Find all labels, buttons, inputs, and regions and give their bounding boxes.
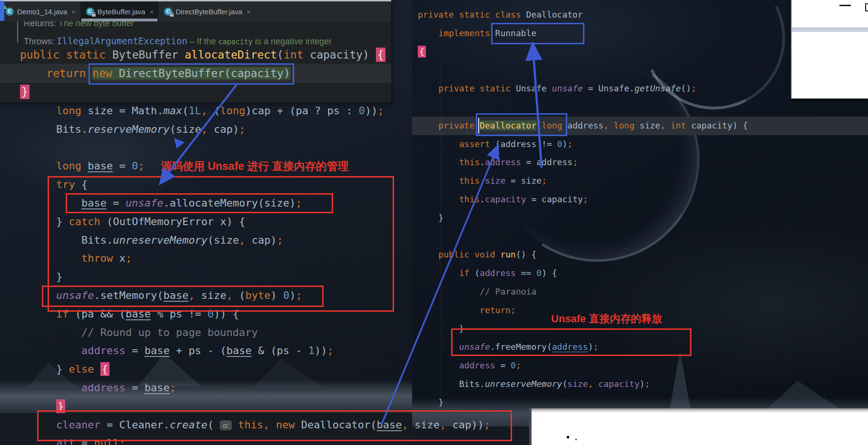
code-line: long size = Math.max(1L, (long)cap + (pa… [56,102,490,120]
code-segment: ; [516,360,521,370]
tab-bytebuffer-java[interactable]: CByteBuffer.java× [80,1,158,21]
code-segment: unreserveMemory [485,379,562,389]
code-segment: address [562,120,603,130]
code-segment: run [500,249,516,259]
code-segment: size [567,379,588,389]
code-segment: ) [640,379,645,389]
highlight-box-cleaner [37,410,512,441]
code-segment: size [634,120,660,130]
doc-throws-mid: – If the [190,37,218,46]
code-segment: = address [521,157,572,167]
lock-icon [170,14,174,17]
code-line: // Round up to page boundary [56,324,490,342]
code-segment: ; [572,157,578,167]
highlight-box-setmemory [42,286,324,307]
code-segment: , [588,379,593,389]
code-line: { [418,43,748,61]
code-segment: ByteBuffer [112,49,185,61]
code-segment: )) [365,105,378,117]
code-segment: ; [169,382,176,394]
code-line: } [20,83,385,101]
code-segment: address [81,382,126,394]
close-icon[interactable]: × [71,8,76,16]
code-segment: cap) [207,123,239,135]
doc-gutter-line [17,20,18,42]
code-segment: + ps - ( [169,345,226,356]
code-segment: = [495,360,511,370]
code-segment: ; [239,123,245,135]
code-segment: ; [138,160,144,172]
code-segment: )cap + (pa ? ps : [245,105,358,117]
code-segment: = [126,345,145,356]
code-segment: ( [207,105,220,117]
code-segment: long [56,160,88,172]
code-segment: long [56,105,88,117]
code-segment: & (ps - [252,345,308,356]
close-icon[interactable]: × [247,8,251,16]
code-segment: address [81,345,126,356]
code-segment: ; [378,105,384,117]
tab-label: ByteBuffer.java [98,8,146,16]
code-line: public static ByteBuffer allocateDirect(… [20,46,385,64]
code-segment [94,363,100,375]
code-segment: allocateDirect [185,49,277,61]
annotation-note-unsafe: 源码使用 Unsafe 进行 直接内存的管理 [161,159,349,174]
code-segment: base [227,345,252,356]
code-segment: (address != [490,139,557,149]
code-segment: () { [516,249,536,259]
window-corner-accent [0,1,4,21]
code-segment: base [88,160,113,172]
highlight-box-runnable [491,23,584,44]
code-segment: return [46,67,92,79]
code-segment: long [609,120,634,130]
tab-demo1_14-java[interactable]: CDemo1_14.java× [0,1,80,21]
code-segment: ) { [542,268,557,278]
code-segment: = [113,160,132,172]
code-segment: ; [567,139,572,149]
class-icon: C [86,8,94,16]
code-segment: ; [691,83,696,93]
code-segment: 0 [511,360,516,370]
code-line: Bits.reserveMemory(size, cap); [56,120,490,139]
toolbar-strip [792,28,868,32]
tab-directbytebuffer-java[interactable]: CDirectByteBuffer.java× [158,1,256,21]
highlight-box-allocatememory [66,193,333,213]
class-icon: C [6,8,14,16]
code-segment: , [201,123,207,135]
code-segment: 1L [188,105,201,117]
close-icon[interactable]: × [149,8,154,16]
code-segment: Unsafe [516,83,552,93]
code-segment: = capacity [526,194,583,204]
class-icon: C [164,8,172,16]
code-segment: 0 [359,105,365,117]
annotation-note-free: Unsafe 直接内存的释放 [551,312,662,326]
code-segment: capacity) [303,49,375,61]
code-segment: { [418,46,426,58]
code-segment: else [69,363,94,375]
code-segment: reserveMemory [88,123,169,135]
code-segment: = Unsafe. [583,83,634,93]
code-segment: ; [327,345,334,356]
doc-throws-end: is a negative integer [253,37,332,46]
doc-throws-label: Throws: [24,37,54,46]
maximize-icon[interactable] [865,3,868,11]
code-line: private static class Deallocator [418,6,748,24]
doc-exception-link[interactable]: IllegalArgumentException [57,36,187,46]
code-segment: == [516,268,536,278]
overlay-window-top-right [791,0,868,99]
code-segment: Deallocator [526,10,583,20]
code-line: } else { [56,360,490,379]
code-segment: getUnsafe [634,83,681,93]
window-edge-strip [0,0,391,1]
code-segment: implements [438,28,490,38]
code-segment: base [144,345,169,356]
code-segment: )) [315,345,327,356]
code-segment: 0 [536,268,542,278]
lock-icon [92,14,96,17]
code-line: address = base; [56,379,490,397]
code-segment: max [163,105,182,117]
code-segment: ( [277,49,284,61]
code-line: address = base + ps - (base & (ps - 1)); [56,342,490,360]
minimize-icon[interactable] [839,5,851,6]
text-speck [567,436,569,438]
